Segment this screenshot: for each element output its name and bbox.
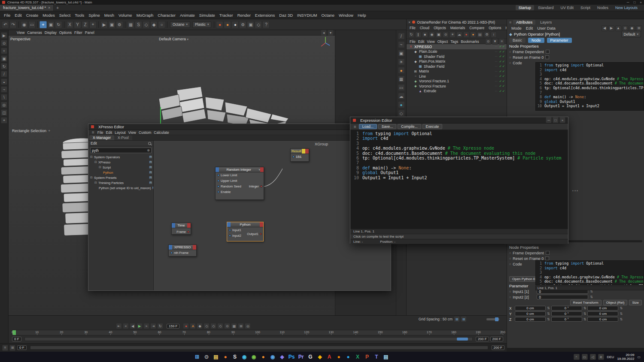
enable-dots[interactable]: ·· (495, 55, 498, 58)
menu-bookmarks[interactable]: Bookmarks (459, 39, 480, 44)
window-titlebar[interactable]: Cinema 4D R26.107 - [fracture_towers_tut… (0, 0, 644, 5)
z-axis-button[interactable]: Z (82, 21, 89, 28)
enable-dots[interactable]: ·· (495, 75, 498, 78)
xpool-item-system-operators[interactable]: ⊟System Operators▤ (88, 154, 153, 160)
node-random-integer[interactable]: Random Integer▾ Lower Limit Upper Limit … (215, 167, 264, 200)
code-field-2[interactable]: 1from typing import Optional2import c4d3… (535, 260, 644, 285)
live-selection-icon[interactable]: ◉ (21, 21, 28, 28)
menu-tools[interactable]: Tools (73, 12, 86, 18)
enable-dots[interactable]: ·· (495, 50, 498, 53)
section-node-properties-2[interactable]: Node Properties (507, 244, 644, 250)
object-voronoi-fracture[interactable]: ◈Voronoi Fracture··✓✓ (407, 84, 507, 89)
stepper-icon[interactable]: ⇅ (620, 317, 623, 321)
stepper-icon[interactable]: ⇅ (583, 312, 586, 316)
refresh-icon[interactable]: ↻ (408, 32, 414, 38)
menu-icon[interactable]: ≡ (2, 345, 8, 351)
document-tab[interactable]: fracture_towers_tut.c4d * × (0, 5, 54, 11)
object-shader-field[interactable]: ▦Shader Field··✓✓ (407, 64, 507, 69)
environment-icon[interactable]: ● (398, 101, 405, 108)
coord-field[interactable]: 0 cm (515, 317, 546, 322)
octane-help-icon[interactable]: ? (262, 21, 270, 28)
menu-extensions[interactable]: Extensions (253, 12, 277, 18)
chevron-down-icon[interactable]: ▾ (328, 30, 334, 36)
loop-icon[interactable]: ↻ (157, 323, 163, 329)
xpool-item-python-set-unique-id-to-uid-maxon[interactable]: Python (set unique ID to uid_maxon)▤ (88, 185, 153, 190)
taskbar-chrome-icon[interactable]: ◉ (249, 352, 258, 362)
render-settings-icon[interactable]: ⚙ (116, 21, 123, 28)
anim-dot[interactable]: ○ (509, 257, 511, 260)
stepper-icon[interactable]: ⇅ (547, 317, 550, 321)
taskbar-excel-icon[interactable]: X (353, 352, 362, 362)
menu-tracker[interactable]: Tracker (217, 12, 235, 18)
section-node-properties[interactable]: Node Properties (507, 43, 644, 49)
redo-icon[interactable]: ↷ (9, 21, 17, 28)
scale-tool-icon[interactable]: ▣ (1, 55, 7, 62)
camera-icon[interactable]: ▣ (398, 50, 405, 57)
tab-parameter[interactable]: Parameter (547, 38, 572, 43)
coord-field[interactable]: 0 ° (551, 311, 582, 316)
range-end-field-2[interactable]: 200 F (490, 337, 503, 341)
snap-icon[interactable]: ⊞ (238, 323, 244, 329)
current-frame-field-2[interactable]: 0 F (17, 345, 27, 350)
menu-tags[interactable]: Tags (449, 39, 459, 44)
menu-daz-3d[interactable]: Daz 3D (277, 12, 295, 18)
add-field-icon[interactable]: ○ (158, 21, 165, 28)
visibility-checks[interactable]: ✓✓ (499, 89, 505, 93)
taskbar-slack-icon[interactable]: S (230, 352, 240, 362)
x-axis-button[interactable]: X (66, 21, 73, 28)
taskbar-search-icon[interactable]: ⊙ (202, 352, 211, 362)
anim-dot[interactable]: ○ (509, 50, 511, 53)
undo-icon[interactable]: ↶ (2, 21, 9, 28)
current-frame-field[interactable]: 159 F (167, 324, 179, 329)
forward-icon[interactable]: ▶ (608, 25, 614, 31)
octane-materials-icon[interactable]: ● (231, 21, 239, 28)
menu-display[interactable]: Display (43, 30, 58, 35)
menu-user-data[interactable]: User Data (535, 25, 558, 31)
menu-file[interactable]: File (96, 130, 105, 135)
input-port[interactable] (217, 191, 219, 193)
menu-icon[interactable]: ≡ (509, 20, 511, 24)
prev-frame-icon[interactable]: ◀ (130, 323, 136, 329)
tab-layers[interactable]: Layers (537, 20, 555, 25)
maximize-button[interactable]: □ (553, 117, 559, 123)
object-xpresso[interactable]: XXPRESSO··✓✓ (407, 44, 507, 49)
enable-dots[interactable]: ·· (495, 45, 498, 48)
menu-file[interactable]: File (408, 25, 417, 30)
menu-filter[interactable]: Filter (73, 30, 84, 35)
anim-dot[interactable]: ○ (509, 56, 511, 59)
object-extrude[interactable]: ▲Extrude··✓✓ (407, 89, 507, 94)
xpool-item-python[interactable]: Python▤ (88, 170, 153, 175)
taskbar-firefox-icon[interactable]: ● (221, 352, 230, 362)
pause-icon[interactable]: ∥ (415, 32, 421, 38)
enable-dots[interactable]: ·· (495, 90, 498, 93)
xpresso-titlebar[interactable]: XPresso Editor (88, 124, 391, 130)
axis-icon[interactable]: ⌖ (1, 117, 7, 124)
octane-titlebar[interactable]: × OctaneRender For Cinema 4D 2022.1-XB3-… (407, 19, 507, 25)
cloud-icon[interactable]: ☁ (456, 32, 462, 38)
tab-x-pool[interactable]: X-Pool (114, 135, 132, 140)
move-icon[interactable]: + (39, 21, 47, 28)
taskbar-firefox2-icon[interactable]: ● (258, 352, 268, 362)
output-port[interactable] (187, 231, 189, 233)
node-result[interactable]: Result 151 (290, 148, 309, 162)
input-port[interactable] (217, 185, 219, 187)
material-sphere-icon[interactable]: ● (398, 67, 405, 74)
tray-network-icon[interactable]: ≋ (598, 354, 604, 360)
view-icon[interactable]: ≡ (499, 39, 505, 45)
output-port[interactable] (260, 233, 262, 235)
visibility-checks[interactable]: ✓✓ (499, 60, 505, 63)
settings-icon[interactable]: ⚙ (484, 32, 490, 38)
menu-compare[interactable]: Compare (468, 25, 486, 30)
chevron-left-icon[interactable]: ◂ (321, 30, 327, 36)
grid-small-icon[interactable]: ⊞ (454, 316, 460, 322)
minimize-button[interactable]: ─ (546, 117, 552, 123)
taskbar-start-button[interactable]: ⊞ (192, 352, 202, 362)
xpool-item-xpresso[interactable]: ⊟XPresso▤ (88, 160, 153, 165)
tab-standard[interactable]: Standard (535, 5, 557, 10)
prev-key-icon[interactable]: « (123, 323, 129, 329)
reset-on-frame-checkbox[interactable] (545, 55, 549, 59)
anim-dot[interactable]: ○ (509, 251, 511, 254)
stepper-icon[interactable]: ⇅ (583, 306, 586, 310)
object-matrix[interactable]: ⊞Matrix··✓✓ (407, 69, 507, 74)
menu-mesh[interactable]: Mesh (102, 12, 116, 18)
